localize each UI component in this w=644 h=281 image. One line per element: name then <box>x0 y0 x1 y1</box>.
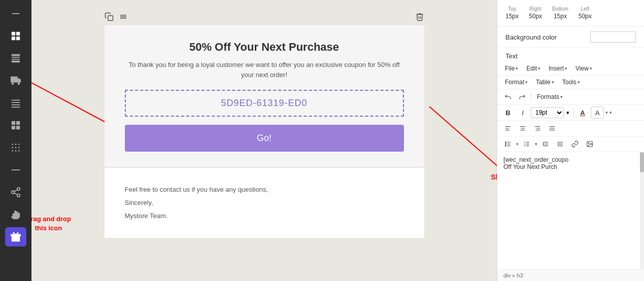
svg-text:3: 3 <box>524 145 526 147</box>
sidebar-share[interactable] <box>5 183 26 202</box>
coupon-code-box: 5D9ED-61319-ED0 <box>125 90 404 117</box>
delete-button[interactable] <box>415 12 424 23</box>
spacing-top-value: 15px <box>505 13 519 20</box>
editor-content: [wec_next_order_coupo Off Your Next Purc… <box>497 152 644 174</box>
sidebar-gift[interactable] <box>5 227 26 247</box>
email-footer: Feel free to contact us if you have any … <box>105 167 424 238</box>
svg-point-59 <box>505 146 506 147</box>
align-left-button[interactable] <box>501 122 515 134</box>
svg-rect-14 <box>12 107 20 108</box>
formats-dropdown[interactable]: Formats ▾ <box>533 92 566 102</box>
sidebar-contact[interactable] <box>5 49 26 68</box>
svg-rect-6 <box>12 57 20 58</box>
bold-button[interactable]: B <box>501 107 515 119</box>
svg-rect-12 <box>12 102 20 103</box>
italic-button[interactable]: I <box>516 107 529 119</box>
align-center-button[interactable] <box>516 122 529 134</box>
tools-menu[interactable]: Tools ▾ <box>559 77 584 87</box>
sidebar-dash[interactable] <box>5 160 26 180</box>
coupon-go-button[interactable]: Go! <box>125 125 404 152</box>
color-swatch[interactable] <box>590 31 636 43</box>
svg-rect-35 <box>11 234 21 237</box>
font-size-select[interactable]: 19pt <box>531 107 564 118</box>
svg-point-30 <box>12 191 15 194</box>
drag-drop-annotation: Drag and dropthis icon <box>31 215 84 233</box>
left-sidebar <box>0 0 31 281</box>
image-button[interactable] <box>583 138 596 150</box>
block-toolbar-row <box>105 10 424 25</box>
format-toolbar: B I 19pt ▾ A A ▾ ▾ <box>497 105 644 121</box>
svg-rect-7 <box>12 59 20 60</box>
canvas-area: 50% Off Your Next Purchase To thank you … <box>31 0 497 281</box>
sidebar-finger[interactable] <box>5 205 26 224</box>
insert-menu[interactable]: Insert ▾ <box>545 63 571 74</box>
sidebar-lines[interactable] <box>5 93 26 113</box>
editor-line-1: [wec_next_order_coupo <box>503 156 638 163</box>
copy-icon[interactable] <box>105 12 114 21</box>
svg-line-32 <box>14 193 17 195</box>
svg-rect-36 <box>108 16 113 21</box>
spacing-right: Right 50px <box>529 6 542 20</box>
sidebar-minus[interactable] <box>5 4 26 23</box>
svg-point-26 <box>15 150 17 152</box>
spacing-left-value: 50px <box>579 13 592 20</box>
list-toolbar: ▾ 123 ▾ <box>497 136 644 152</box>
svg-point-21 <box>18 144 20 145</box>
svg-rect-15 <box>12 121 15 125</box>
svg-point-10 <box>18 83 20 85</box>
drag-icon[interactable] <box>119 12 128 21</box>
svg-rect-11 <box>12 100 20 101</box>
edit-menu[interactable]: Edit ▾ <box>523 63 544 74</box>
spacing-left-label: Left <box>581 6 589 12</box>
svg-point-9 <box>12 83 14 85</box>
text-section-label: Text <box>497 48 644 62</box>
scrollbar-thumb[interactable] <box>640 152 644 172</box>
font-bg-color-button[interactable]: A <box>591 107 604 119</box>
spacing-bottom-value: 15px <box>554 13 567 20</box>
svg-line-33 <box>14 190 17 192</box>
link-button[interactable] <box>568 138 582 150</box>
sidebar-blocks[interactable] <box>5 116 26 135</box>
arrow-right-annotation <box>414 101 497 203</box>
undo-button[interactable] <box>501 91 515 103</box>
svg-rect-5 <box>12 54 20 56</box>
svg-point-29 <box>17 188 20 191</box>
sidebar-truck[interactable] <box>5 71 26 90</box>
font-color-button[interactable]: A <box>576 107 589 119</box>
bg-color-label: Background color <box>505 33 557 41</box>
sidebar-grid[interactable] <box>5 138 26 157</box>
justify-button[interactable] <box>546 122 559 134</box>
coupon-section: 50% Off Your Next Purchase To thank you … <box>105 25 424 167</box>
align-right-button[interactable] <box>531 122 544 134</box>
bg-color-row: Background color <box>497 26 644 48</box>
spacing-left: Left 50px <box>579 6 592 20</box>
svg-rect-18 <box>16 126 20 129</box>
format-menu[interactable]: Format ▾ <box>501 77 531 87</box>
coupon-description: To thank you for being a loyal customer … <box>125 60 404 80</box>
svg-point-23 <box>15 147 17 149</box>
svg-line-40 <box>31 81 105 122</box>
file-menu[interactable]: File ▾ <box>501 63 522 74</box>
canvas-inner: 50% Off Your Next Purchase To thank you … <box>105 10 424 238</box>
indent-button[interactable] <box>554 138 567 150</box>
unordered-list-button[interactable] <box>501 138 515 150</box>
coupon-email-block: 50% Off Your Next Purchase To thank you … <box>105 25 424 238</box>
ordered-list-button[interactable]: 123 <box>520 138 533 150</box>
short-code-annotation: Short code for nextorder coupon <box>491 172 497 192</box>
toolbar-row-3: Formats ▾ <box>497 89 644 105</box>
menu-row-1: File ▾ Edit ▾ Insert ▾ View ▾ <box>497 62 644 76</box>
svg-rect-0 <box>12 13 20 14</box>
text-editor-area[interactable]: [wec_next_order_coupo Off Your Next Purc… <box>497 152 644 269</box>
footer-line1: Feel free to contact us if you have any … <box>125 183 404 196</box>
spacing-section: Top 15px Right 50px Bottom 15px Left 50p… <box>497 0 644 26</box>
vertical-scrollbar[interactable] <box>640 152 644 269</box>
svg-point-20 <box>15 144 17 145</box>
sidebar-table[interactable] <box>5 26 26 46</box>
view-menu[interactable]: View ▾ <box>572 63 596 74</box>
status-bar: div » h3 <box>497 269 644 281</box>
outdent-button[interactable] <box>539 138 552 150</box>
redo-button[interactable] <box>516 91 529 103</box>
block-toolbar <box>105 12 128 21</box>
table-menu[interactable]: Table ▾ <box>532 77 558 87</box>
svg-point-31 <box>17 194 20 197</box>
